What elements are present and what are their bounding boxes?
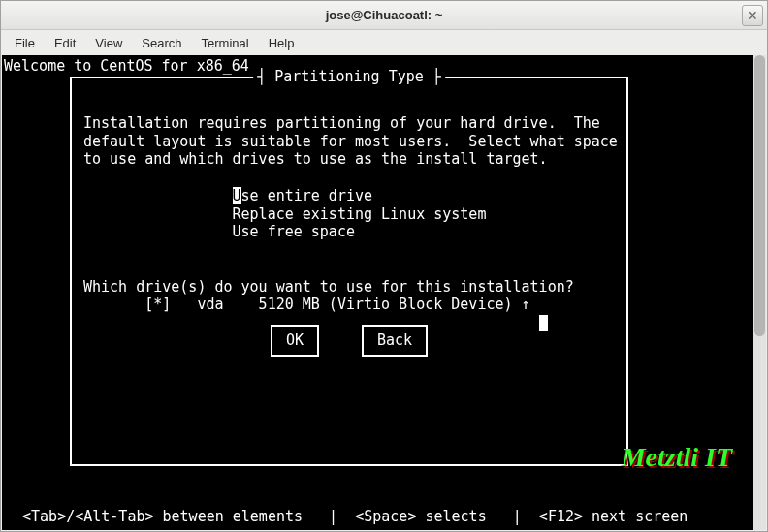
menu-view[interactable]: View [87,33,130,53]
body-line-3: to use and which drives to use as the in… [83,150,548,168]
scroll-thumb[interactable] [754,55,765,336]
back-button[interactable]: Back [362,325,428,357]
titlebar: jose@Cihuacoatl: ~ ✕ [1,1,767,30]
ok-button[interactable]: OK [271,325,319,357]
menu-file[interactable]: File [7,33,43,53]
dialog-title: Partitioning Type [274,68,424,85]
drive-prompt: Which drive(s) do you want to use for th… [83,278,574,296]
menu-search[interactable]: Search [134,33,189,53]
welcome-line: Welcome to CentOS for x86_64 [4,57,249,76]
window-title: jose@Cihuacoatl: ~ [326,8,443,22]
app-window: jose@Cihuacoatl: ~ ✕ File Edit View Sear… [0,0,768,532]
menu-edit[interactable]: Edit [47,33,83,53]
terminal-viewport: Welcome to CentOS for x86_64 ┤ Partition… [2,55,753,530]
option-replace-existing[interactable]: Replace existing Linux system [83,205,615,224]
footer-hints: <Tab>/<Alt-Tab> between elements | <Spac… [14,508,742,526]
body-line-2: default layout is suitable for most user… [83,133,618,150]
scrollbar[interactable] [753,55,766,530]
menu-help[interactable]: Help [261,33,303,53]
menubar: File Edit View Search Terminal Help [1,30,767,55]
brand-watermark: Metztli IT [622,440,732,474]
dialog-buttons: OK Back [72,325,626,357]
close-icon: ✕ [747,8,758,23]
dialog-frame: ┤ Partitioning Type ├ Installation requi… [70,77,628,466]
close-button[interactable]: ✕ [742,5,763,26]
body-line-1: Installation requires partitioning of yo… [83,114,600,132]
drive-checkbox-vda[interactable]: [*] vda 5120 MB (Virtio Block Device) ↑ [83,296,615,314]
menu-terminal[interactable]: Terminal [194,33,257,53]
option-use-entire-drive[interactable]: Use entire drive [83,187,615,205]
option-use-free-space[interactable]: Use free space [83,223,615,241]
